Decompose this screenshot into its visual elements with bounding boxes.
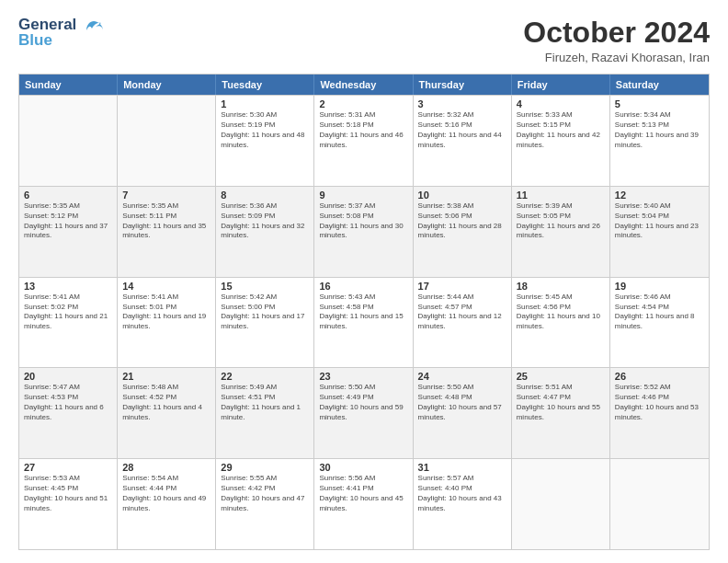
cell-info: Sunrise: 5:39 AMSunset: 5:05 PMDaylight:… [517,201,605,241]
cell-info: Sunrise: 5:35 AMSunset: 5:12 PMDaylight:… [24,201,112,241]
cell-info: Sunrise: 5:43 AMSunset: 4:58 PMDaylight:… [319,293,407,332]
week-row-1: 1Sunrise: 5:30 AMSunset: 5:19 PMDaylight… [19,95,709,186]
cell-day-number: 19 [615,281,704,292]
table-cell: 11Sunrise: 5:39 AMSunset: 5:05 PMDayligh… [512,187,610,277]
cell-info: Sunrise: 5:33 AMSunset: 5:15 PMDaylight:… [517,110,605,150]
cell-day-number: 11 [517,190,605,201]
cell-day-number: 12 [615,190,704,201]
table-cell: 6Sunrise: 5:35 AMSunset: 5:12 PMDaylight… [19,187,118,277]
cell-info: Sunrise: 5:57 AMSunset: 4:40 PMDaylight:… [418,474,506,513]
logo: General Blue [18,17,107,48]
header-friday: Friday [512,75,610,95]
header: General Blue October 2024 Firuzeh, Razav… [18,17,710,64]
cell-info: Sunrise: 5:47 AMSunset: 4:53 PMDaylight:… [24,383,112,422]
cell-info: Sunrise: 5:32 AMSunset: 5:16 PMDaylight:… [418,110,506,150]
week-row-4: 20Sunrise: 5:47 AMSunset: 4:53 PMDayligh… [19,367,709,458]
table-cell: 24Sunrise: 5:50 AMSunset: 4:48 PMDayligh… [414,368,512,458]
week-row-5: 27Sunrise: 5:53 AMSunset: 4:45 PMDayligh… [19,458,709,549]
table-cell: 23Sunrise: 5:50 AMSunset: 4:49 PMDayligh… [314,368,413,458]
cell-day-number: 27 [24,462,112,473]
cell-day-number: 2 [319,98,407,109]
cell-info: Sunrise: 5:52 AMSunset: 4:46 PMDaylight:… [615,383,704,422]
cell-day-number: 7 [122,190,210,201]
cell-info: Sunrise: 5:50 AMSunset: 4:48 PMDaylight:… [418,383,506,422]
cell-info: Sunrise: 5:41 AMSunset: 5:01 PMDaylight:… [122,293,210,332]
cell-day-number: 28 [122,462,210,473]
title-block: October 2024 Firuzeh, Razavi Khorasan, I… [523,17,710,64]
cell-day-number: 23 [319,371,407,382]
logo-general: General [18,17,76,32]
table-cell: 20Sunrise: 5:47 AMSunset: 4:53 PMDayligh… [19,368,118,458]
cell-info: Sunrise: 5:31 AMSunset: 5:18 PMDaylight:… [319,110,407,150]
cell-info: Sunrise: 5:55 AMSunset: 4:42 PMDaylight:… [221,474,309,513]
cell-info: Sunrise: 5:36 AMSunset: 5:09 PMDaylight:… [221,201,309,241]
header-sunday: Sunday [19,75,118,95]
cell-info: Sunrise: 5:40 AMSunset: 5:04 PMDaylight:… [615,201,704,241]
calendar: Sunday Monday Tuesday Wednesday Thursday… [18,74,710,550]
page: General Blue October 2024 Firuzeh, Razav… [0,0,728,563]
table-cell: 27Sunrise: 5:53 AMSunset: 4:45 PMDayligh… [19,459,118,549]
calendar-header: Sunday Monday Tuesday Wednesday Thursday… [19,75,709,95]
cell-info: Sunrise: 5:46 AMSunset: 4:54 PMDaylight:… [615,293,704,332]
cell-day-number: 30 [319,462,407,473]
table-cell [512,459,610,549]
cell-info: Sunrise: 5:42 AMSunset: 5:00 PMDaylight:… [221,293,309,332]
cell-day-number: 6 [24,190,112,201]
cell-day-number: 17 [418,281,506,292]
cell-day-number: 25 [517,371,605,382]
table-cell: 21Sunrise: 5:48 AMSunset: 4:52 PMDayligh… [118,368,216,458]
cell-day-number: 15 [221,281,309,292]
cell-day-number: 5 [615,98,704,109]
header-saturday: Saturday [610,75,709,95]
cell-info: Sunrise: 5:44 AMSunset: 4:57 PMDaylight:… [418,293,506,332]
table-cell [610,459,709,549]
cell-info: Sunrise: 5:48 AMSunset: 4:52 PMDaylight:… [122,383,210,422]
header-thursday: Thursday [414,75,512,95]
table-cell: 16Sunrise: 5:43 AMSunset: 4:58 PMDayligh… [314,278,413,368]
table-cell: 29Sunrise: 5:55 AMSunset: 4:42 PMDayligh… [216,459,314,549]
table-cell: 2Sunrise: 5:31 AMSunset: 5:18 PMDaylight… [314,96,413,186]
cell-day-number: 22 [221,371,309,382]
table-cell: 17Sunrise: 5:44 AMSunset: 4:57 PMDayligh… [414,278,512,368]
cell-day-number: 1 [221,98,309,109]
cell-day-number: 21 [122,371,210,382]
table-cell: 7Sunrise: 5:35 AMSunset: 5:11 PMDaylight… [118,187,216,277]
table-cell: 22Sunrise: 5:49 AMSunset: 4:51 PMDayligh… [216,368,314,458]
cell-day-number: 20 [24,371,112,382]
table-cell: 5Sunrise: 5:34 AMSunset: 5:13 PMDaylight… [610,96,709,186]
cell-info: Sunrise: 5:49 AMSunset: 4:51 PMDaylight:… [221,383,309,422]
cell-day-number: 4 [517,98,605,109]
table-cell [19,96,118,186]
table-cell: 13Sunrise: 5:41 AMSunset: 5:02 PMDayligh… [19,278,118,368]
cell-info: Sunrise: 5:35 AMSunset: 5:11 PMDaylight:… [122,201,210,241]
week-row-3: 13Sunrise: 5:41 AMSunset: 5:02 PMDayligh… [19,277,709,368]
week-row-2: 6Sunrise: 5:35 AMSunset: 5:12 PMDaylight… [19,186,709,277]
calendar-body: 1Sunrise: 5:30 AMSunset: 5:19 PMDaylight… [19,95,709,549]
table-cell: 30Sunrise: 5:56 AMSunset: 4:41 PMDayligh… [314,459,413,549]
table-cell: 15Sunrise: 5:42 AMSunset: 5:00 PMDayligh… [216,278,314,368]
cell-day-number: 14 [122,281,210,292]
table-cell: 14Sunrise: 5:41 AMSunset: 5:01 PMDayligh… [118,278,216,368]
table-cell: 1Sunrise: 5:30 AMSunset: 5:19 PMDaylight… [216,96,314,186]
logo-blue: Blue [18,32,76,48]
location: Firuzeh, Razavi Khorasan, Iran [523,51,710,64]
table-cell: 10Sunrise: 5:38 AMSunset: 5:06 PMDayligh… [414,187,512,277]
table-cell: 31Sunrise: 5:57 AMSunset: 4:40 PMDayligh… [414,459,512,549]
table-cell: 26Sunrise: 5:52 AMSunset: 4:46 PMDayligh… [610,368,709,458]
table-cell: 3Sunrise: 5:32 AMSunset: 5:16 PMDaylight… [414,96,512,186]
cell-day-number: 13 [24,281,112,292]
table-cell: 18Sunrise: 5:45 AMSunset: 4:56 PMDayligh… [512,278,610,368]
cell-day-number: 18 [517,281,605,292]
cell-info: Sunrise: 5:51 AMSunset: 4:47 PMDaylight:… [517,383,605,422]
cell-day-number: 10 [418,190,506,201]
table-cell: 4Sunrise: 5:33 AMSunset: 5:15 PMDaylight… [512,96,610,186]
cell-info: Sunrise: 5:30 AMSunset: 5:19 PMDaylight:… [221,110,309,150]
cell-info: Sunrise: 5:34 AMSunset: 5:13 PMDaylight:… [615,110,704,150]
cell-day-number: 29 [221,462,309,473]
table-cell: 8Sunrise: 5:36 AMSunset: 5:09 PMDaylight… [216,187,314,277]
cell-day-number: 31 [418,462,506,473]
table-cell: 25Sunrise: 5:51 AMSunset: 4:47 PMDayligh… [512,368,610,458]
table-cell: 9Sunrise: 5:37 AMSunset: 5:08 PMDaylight… [314,187,413,277]
cell-info: Sunrise: 5:41 AMSunset: 5:02 PMDaylight:… [24,293,112,332]
month-title: October 2024 [523,17,710,49]
